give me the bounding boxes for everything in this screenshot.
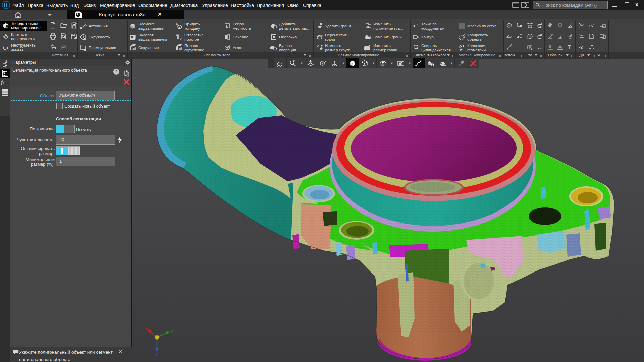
svg-text:?: ? <box>593 22 594 25</box>
svg-text:T: T <box>568 44 571 50</box>
svg-text:E: E <box>551 33 553 36</box>
svg-text:X: X <box>145 326 148 331</box>
svg-text:T: T <box>603 23 605 25</box>
svg-text:?: ? <box>115 69 118 74</box>
svg-text:?: ? <box>583 22 584 25</box>
svg-text:Y: Y <box>170 329 173 334</box>
svg-text:Z: Z <box>155 352 158 357</box>
svg-text:A: A <box>570 34 571 36</box>
